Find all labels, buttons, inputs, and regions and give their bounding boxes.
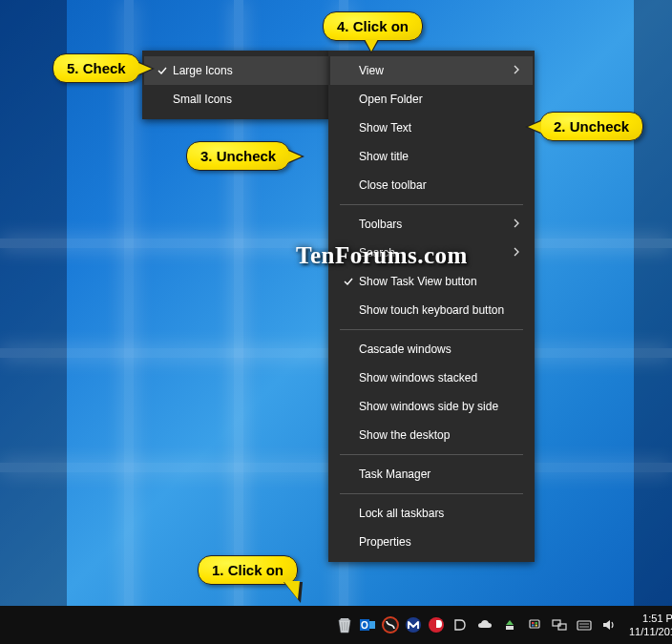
noscript-icon[interactable] — [382, 614, 399, 635]
menu-item-properties[interactable]: Properties — [330, 528, 533, 556]
menu-item-label: Lock all taskbars — [359, 507, 519, 520]
menu-item-label: Close toolbar — [359, 178, 519, 192]
callout-2: 2. Uncheck — [539, 112, 643, 141]
menu-item-show-title[interactable]: Show title — [330, 142, 533, 171]
callout-3: 3. Uncheck — [186, 141, 290, 171]
menu-item-task-manager[interactable]: Task Manager — [330, 460, 533, 488]
menu-item-label: Show windows stacked — [359, 371, 519, 384]
system-tray: 1:51 PM 11/11/2015 — [448, 606, 672, 644]
menu-item-label: Large Icons — [173, 64, 315, 77]
malwarebytes-icon[interactable] — [405, 614, 422, 635]
watermark: TenForums.com — [296, 242, 468, 269]
menu-item-label: Show Task View button — [359, 275, 519, 288]
clock-date: 11/11/2015 — [629, 625, 672, 638]
menu-item-show-touch-keyboard[interactable]: Show touch keyboard button — [330, 296, 533, 324]
callout-text: 1. Click on — [212, 562, 284, 578]
separator — [340, 329, 523, 330]
svg-rect-9 — [536, 622, 538, 624]
pushbullet-icon[interactable] — [428, 614, 445, 635]
svg-rect-7 — [530, 620, 539, 628]
menu-item-show-text[interactable]: Show Text — [330, 114, 533, 142]
chevron-right-icon — [508, 247, 519, 259]
callout-text: 5. Check — [67, 60, 126, 76]
network-icon[interactable] — [550, 614, 569, 635]
menu-item-label: Show windows side by side — [359, 400, 519, 413]
submenu-item-small-icons[interactable]: Small Icons — [144, 85, 328, 114]
svg-text:O: O — [361, 620, 368, 631]
clock-time: 1:51 PM — [629, 612, 672, 625]
menu-item-open-folder[interactable]: Open Folder — [330, 85, 533, 114]
taskbar-clock[interactable]: 1:51 PM 11/11/2015 — [621, 612, 672, 638]
menu-item-cascade-windows[interactable]: Cascade windows — [330, 335, 533, 364]
svg-rect-10 — [532, 625, 535, 627]
menu-item-label: Cascade windows — [359, 343, 519, 356]
desktop[interactable]: Large Icons Small Icons View Open Folder… — [0, 0, 672, 644]
svg-rect-13 — [558, 624, 566, 630]
menu-item-show-desktop[interactable]: Show the desktop — [330, 421, 533, 449]
tray-d-icon[interactable] — [451, 614, 470, 635]
outlook-icon[interactable]: O — [359, 614, 376, 635]
submenu-item-large-icons[interactable]: Large Icons — [144, 56, 328, 85]
menu-item-label: Show Text — [359, 121, 519, 135]
menu-item-label: Open Folder — [359, 93, 519, 106]
svg-rect-11 — [536, 625, 538, 627]
input-indicator-icon[interactable] — [575, 614, 594, 635]
menu-item-view[interactable]: View — [330, 56, 533, 85]
menu-item-label: View — [359, 64, 508, 77]
safely-remove-icon[interactable] — [500, 614, 519, 635]
onedrive-icon[interactable] — [475, 614, 494, 635]
svg-rect-14 — [578, 621, 591, 630]
svg-rect-8 — [532, 622, 535, 624]
chevron-right-icon — [508, 218, 519, 230]
menu-item-label: Show touch keyboard button — [359, 303, 519, 317]
menu-item-label: Show title — [359, 150, 519, 163]
recycle-bin-icon[interactable] — [336, 614, 353, 635]
chevron-right-icon — [508, 65, 519, 76]
menu-item-show-windows-stacked[interactable]: Show windows stacked — [330, 364, 533, 392]
callout-5: 5. Check — [52, 53, 140, 83]
defender-icon[interactable] — [525, 614, 544, 635]
check-icon — [338, 276, 359, 287]
svg-rect-12 — [553, 620, 560, 626]
menu-item-label: Small Icons — [173, 93, 315, 106]
menu-item-show-task-view-button[interactable]: Show Task View button — [330, 267, 533, 296]
callout-1: 1. Click on — [198, 555, 298, 585]
callout-text: 3. Uncheck — [200, 148, 276, 164]
volume-icon[interactable] — [599, 614, 619, 635]
taskbar[interactable]: O — [0, 606, 672, 644]
taskbar-context-menu: View Open Folder Show Text Show title Cl… — [328, 51, 535, 562]
separator — [340, 493, 523, 494]
menu-item-label: Task Manager — [359, 467, 519, 481]
menu-item-toolbars[interactable]: Toolbars — [330, 210, 533, 239]
separator — [340, 204, 523, 205]
menu-item-show-windows-side-by-side[interactable]: Show windows side by side — [330, 392, 533, 421]
menu-item-lock-all-taskbars[interactable]: Lock all taskbars — [330, 499, 533, 528]
menu-item-label: Toolbars — [359, 218, 508, 231]
menu-item-close-toolbar[interactable]: Close toolbar — [330, 171, 533, 199]
svg-rect-6 — [506, 626, 514, 630]
menu-item-label: Properties — [359, 535, 519, 549]
menu-item-label: Show the desktop — [359, 428, 519, 442]
view-submenu: Large Icons Small Icons — [142, 51, 330, 119]
separator — [340, 454, 523, 455]
check-icon — [152, 65, 173, 76]
callout-4: 4. Click on — [323, 11, 423, 41]
svg-rect-2 — [369, 621, 375, 629]
callout-text: 2. Uncheck — [554, 118, 629, 135]
callout-text: 4. Click on — [337, 18, 409, 34]
